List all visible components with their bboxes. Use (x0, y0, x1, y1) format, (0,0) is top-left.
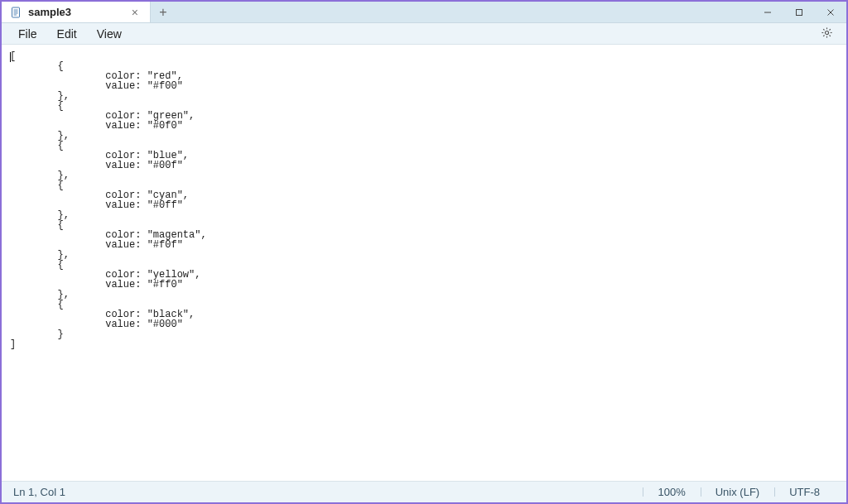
window-controls (752, 2, 846, 22)
editor-content[interactable]: [ { color: "red", value: "#f00" }, { col… (10, 51, 838, 349)
svg-line-14 (823, 29, 824, 30)
file-icon (10, 7, 22, 18)
tab-close-button[interactable]: × (128, 6, 142, 19)
svg-point-9 (825, 31, 828, 34)
tab-title: sample3 (28, 6, 122, 18)
maximize-button[interactable] (783, 2, 815, 22)
new-tab-button[interactable]: + (151, 2, 176, 22)
svg-rect-6 (797, 9, 802, 15)
tab-active[interactable]: sample3 × (2, 2, 151, 22)
settings-button[interactable] (814, 24, 840, 44)
status-bar: Ln 1, Col 1 100% Unix (LF) UTF-8 (2, 481, 846, 502)
menu-edit[interactable]: Edit (47, 25, 87, 43)
cursor-position[interactable]: Ln 1, Col 1 (13, 486, 65, 498)
minimize-button[interactable] (752, 2, 783, 22)
editor-area[interactable]: [ { color: "red", value: "#f00" }, { col… (2, 45, 846, 481)
close-window-button[interactable] (815, 2, 846, 22)
zoom-level[interactable]: 100% (643, 486, 700, 498)
svg-rect-0 (12, 7, 20, 17)
svg-line-17 (823, 35, 824, 36)
line-ending[interactable]: Unix (LF) (701, 486, 774, 498)
title-bar: sample3 × + (2, 2, 846, 23)
menu-bar: File Edit View (2, 23, 846, 45)
gear-icon (821, 26, 833, 41)
svg-line-15 (830, 35, 831, 36)
svg-line-16 (830, 29, 831, 30)
menu-view[interactable]: View (87, 25, 132, 43)
encoding[interactable]: UTF-8 (774, 486, 835, 498)
menu-file[interactable]: File (8, 25, 47, 43)
